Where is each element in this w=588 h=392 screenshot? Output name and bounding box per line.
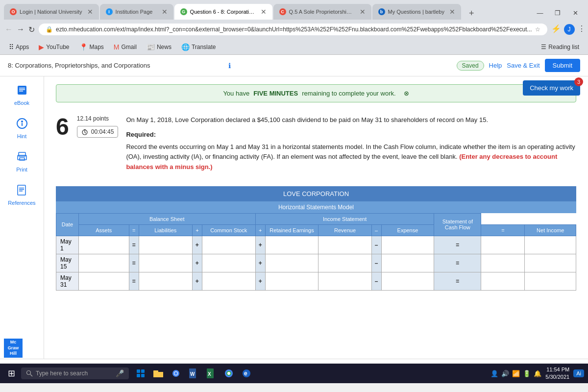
cell-may31-retained[interactable]	[265, 272, 318, 290]
input-may15-netincome[interactable]	[484, 260, 521, 267]
maps-bookmark[interactable]: 📍 Maps	[75, 42, 108, 52]
input-may15-cashflow[interactable]	[528, 260, 573, 267]
input-may15-common[interactable]	[205, 260, 252, 267]
profile-icon[interactable]: J	[564, 24, 575, 35]
cell-may15-cashflow[interactable]	[525, 254, 576, 272]
close-window-button[interactable]: ✕	[568, 8, 582, 18]
submit-button[interactable]: Submit	[545, 59, 580, 72]
input-may31-expense[interactable]	[385, 278, 431, 285]
forward-button[interactable]: →	[17, 23, 24, 36]
tab-close-icon[interactable]: ✕	[449, 8, 455, 16]
extensions-icon[interactable]: ⚡	[551, 24, 561, 35]
translate-bookmark[interactable]: 🌐 Translate	[177, 42, 220, 52]
cell-may15-retained[interactable]	[265, 254, 318, 272]
cell-may1-assets[interactable]	[78, 236, 129, 254]
input-may15-retained[interactable]	[269, 260, 316, 267]
gmail-bookmark[interactable]: M Gmail	[110, 42, 141, 52]
microphone-icon[interactable]: 🎤	[116, 369, 124, 377]
tab-q5[interactable]: C Q.5 A Sole Proprietorship Was S... ✕	[273, 4, 371, 20]
input-may31-common[interactable]	[205, 278, 252, 285]
sidebar-item-ebook[interactable]: eBook	[14, 82, 30, 106]
url-bar[interactable]: 🔒 ezto.mheducation.com/ext/map/index.htm…	[39, 24, 547, 35]
tab-close-icon[interactable]: ✕	[261, 8, 267, 16]
cell-may31-expense[interactable]	[381, 272, 434, 290]
input-may31-netincome[interactable]	[484, 278, 521, 285]
tab-institution[interactable]: I Institution Page ✕	[100, 4, 173, 20]
cell-may15-netincome[interactable]	[481, 254, 525, 272]
youtube-bookmark[interactable]: ▶ YouTube	[35, 42, 73, 52]
tab-login-national[interactable]: O Login | National University ✕	[4, 4, 99, 20]
cell-may31-assets[interactable]	[78, 272, 129, 290]
input-may1-liabilities[interactable]	[142, 242, 189, 248]
cell-may31-revenue[interactable]	[318, 272, 372, 290]
cell-may1-netincome[interactable]	[481, 236, 525, 254]
taskbar-app-chrome[interactable]	[168, 366, 184, 381]
input-may15-assets[interactable]	[82, 260, 126, 267]
input-may31-retained[interactable]	[269, 278, 316, 285]
refresh-button[interactable]: ↻	[28, 23, 35, 36]
input-may1-retained[interactable]	[269, 242, 316, 248]
new-tab-button[interactable]: +	[464, 7, 479, 20]
bookmark-star-icon[interactable]: ☆	[535, 26, 540, 33]
cell-may15-common[interactable]	[202, 254, 255, 272]
taskbar-app-chrome2[interactable]	[221, 366, 237, 381]
cell-may31-liabilities[interactable]	[139, 272, 192, 290]
input-may31-revenue[interactable]	[321, 278, 368, 285]
taskbar-search[interactable]: Type here to search 🎤	[21, 368, 129, 379]
input-may1-expense[interactable]	[385, 242, 431, 248]
ai-button[interactable]: Ai	[573, 369, 584, 377]
cell-may1-liabilities[interactable]	[139, 236, 192, 254]
input-may1-revenue[interactable]	[321, 242, 368, 248]
taskbar-app-file-explorer[interactable]	[150, 366, 166, 381]
taskbar-app-word[interactable]: W	[186, 366, 201, 381]
cell-may15-expense[interactable]	[381, 254, 434, 272]
input-may31-assets[interactable]	[82, 278, 126, 285]
taskbar-app-ie[interactable]: e	[239, 366, 254, 381]
menu-icon[interactable]: ⋮	[578, 24, 586, 35]
cell-may1-cashflow[interactable]	[525, 236, 576, 254]
tab-close-icon[interactable]: ✕	[162, 8, 168, 16]
help-button[interactable]: Help	[489, 62, 502, 69]
taskbar-app-task-view[interactable]	[133, 366, 148, 381]
cell-may31-netincome[interactable]	[481, 272, 525, 290]
notification-icon[interactable]: 🔔	[534, 370, 541, 377]
alert-close-icon[interactable]: ⊗	[404, 90, 409, 97]
apps-bookmark[interactable]: ⠿ Apps	[5, 42, 33, 52]
restore-button[interactable]: ❐	[551, 8, 564, 18]
check-my-work-button[interactable]: Check my work	[523, 80, 580, 96]
cell-may15-assets[interactable]	[78, 254, 129, 272]
input-may1-assets[interactable]	[82, 242, 126, 248]
cell-may31-common[interactable]	[202, 272, 255, 290]
save-exit-button[interactable]: Save & Exit	[507, 62, 539, 69]
input-may1-netincome[interactable]	[484, 242, 521, 248]
tab-close-icon[interactable]: ✕	[360, 8, 366, 16]
input-may31-cashflow[interactable]	[528, 278, 573, 285]
sidebar-item-references[interactable]: References	[8, 182, 35, 206]
cell-may1-retained[interactable]	[265, 236, 318, 254]
back-button[interactable]: ←	[5, 23, 13, 36]
cell-may1-common[interactable]	[202, 236, 255, 254]
minimize-button[interactable]: —	[533, 8, 547, 18]
start-button[interactable]: ⊞	[4, 366, 19, 381]
info-icon[interactable]: ℹ	[228, 62, 231, 70]
tab-close-icon[interactable]: ✕	[87, 8, 93, 16]
input-may15-liabilities[interactable]	[142, 260, 189, 267]
sidebar-item-print[interactable]: Print	[14, 149, 30, 172]
input-may15-expense[interactable]	[385, 260, 431, 267]
input-may1-cashflow[interactable]	[528, 242, 573, 248]
cell-may1-expense[interactable]	[381, 236, 434, 254]
speaker-icon[interactable]: 🔊	[501, 370, 509, 377]
cell-may15-liabilities[interactable]	[139, 254, 192, 272]
input-may15-revenue[interactable]	[321, 260, 368, 267]
input-may1-common[interactable]	[205, 242, 252, 248]
taskbar-app-excel[interactable]: X	[203, 366, 219, 381]
sidebar-item-hint[interactable]: Hint	[14, 116, 30, 139]
news-bookmark[interactable]: 📰 News	[143, 42, 175, 52]
cell-may15-revenue[interactable]	[318, 254, 372, 272]
reading-list-button[interactable]: ☰ Reading list	[537, 42, 583, 52]
tab-bartleby[interactable]: b My Questions | bartleby ✕	[372, 4, 461, 20]
tab-question6[interactable]: G Question 6 - 8: Corporations, P... ✕	[174, 4, 272, 20]
cell-may1-revenue[interactable]	[318, 236, 372, 254]
input-may31-liabilities[interactable]	[142, 278, 189, 285]
cell-may31-cashflow[interactable]	[525, 272, 576, 290]
